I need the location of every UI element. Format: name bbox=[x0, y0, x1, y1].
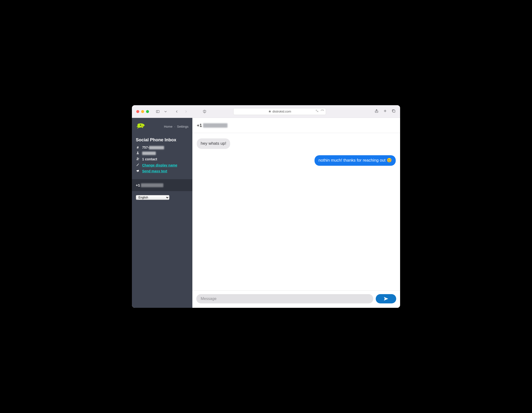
svg-point-9 bbox=[137, 158, 138, 159]
redacted-name bbox=[142, 152, 156, 155]
forward-button[interactable] bbox=[183, 108, 189, 115]
translate-icon[interactable] bbox=[315, 109, 319, 114]
redacted-phone bbox=[149, 146, 164, 149]
bullhorn-icon bbox=[136, 169, 140, 173]
contact-list-item[interactable]: +1 bbox=[132, 179, 192, 191]
hash-icon: # bbox=[136, 145, 140, 149]
contacts-count: 1 contact bbox=[142, 157, 157, 161]
change-display-name-link[interactable]: Change display name bbox=[142, 163, 177, 167]
sidebar-toggle-icon[interactable] bbox=[154, 108, 161, 115]
sidebar: Home · Settings Social Phone Inbox # 757… bbox=[132, 118, 192, 308]
back-button[interactable] bbox=[173, 108, 180, 115]
sidebar-nav: Home · Settings bbox=[164, 125, 188, 128]
svg-point-10 bbox=[138, 158, 139, 159]
composer bbox=[192, 290, 400, 308]
display-name-row bbox=[136, 151, 188, 155]
window-controls bbox=[136, 110, 149, 113]
svg-rect-6 bbox=[393, 110, 395, 112]
contact-prefix: +1 bbox=[136, 183, 140, 187]
sidebar-info: # 757- 1 contact bbox=[132, 145, 192, 177]
shield-icon[interactable] bbox=[201, 108, 208, 115]
message-thread: hey whats up! nothin much! thanks for re… bbox=[192, 133, 400, 290]
redacted-chat-number bbox=[203, 123, 227, 128]
new-tab-icon[interactable] bbox=[383, 109, 387, 114]
send-icon bbox=[384, 296, 388, 301]
phone-prefix: 757- bbox=[142, 145, 149, 149]
main-panel: +1 hey whats up! nothin much! thanks for… bbox=[192, 118, 400, 308]
incoming-message: hey whats up! bbox=[197, 138, 230, 149]
redacted-contact-number bbox=[141, 183, 163, 187]
outgoing-message: nothin much! thanks for reaching out 😊 bbox=[315, 155, 396, 166]
chat-header-prefix: +1 bbox=[197, 123, 202, 128]
app-container: Home · Settings Social Phone Inbox # 757… bbox=[132, 118, 400, 308]
contacts-row: 1 contact bbox=[136, 157, 188, 161]
mass-text-row: Send mass text bbox=[136, 169, 188, 173]
browser-window: distrokid.com bbox=[132, 105, 400, 308]
pencil-icon bbox=[136, 163, 140, 167]
chat-header: +1 bbox=[192, 118, 400, 133]
distrokid-logo[interactable] bbox=[136, 121, 146, 132]
contacts-icon bbox=[136, 157, 140, 161]
svg-rect-0 bbox=[156, 110, 159, 113]
chevron-down-icon[interactable] bbox=[164, 108, 167, 115]
lock-icon bbox=[268, 110, 271, 113]
browser-chrome: distrokid.com bbox=[132, 105, 400, 118]
svg-point-8 bbox=[137, 152, 138, 153]
send-mass-text-link[interactable]: Send mass text bbox=[142, 169, 167, 173]
nav-settings[interactable]: Settings bbox=[177, 125, 188, 128]
nav-separator: · bbox=[174, 125, 175, 128]
maximize-window-button[interactable] bbox=[146, 110, 149, 113]
share-icon[interactable] bbox=[374, 109, 379, 114]
sidebar-title: Social Phone Inbox bbox=[132, 133, 192, 145]
message-input[interactable] bbox=[196, 294, 373, 303]
language-select[interactable]: English bbox=[136, 195, 169, 200]
user-icon bbox=[136, 151, 140, 155]
phone-number-label: 757- bbox=[142, 145, 164, 149]
minimize-window-button[interactable] bbox=[141, 110, 144, 113]
close-window-button[interactable] bbox=[136, 110, 139, 113]
url-text: distrokid.com bbox=[273, 110, 291, 113]
send-button[interactable] bbox=[376, 294, 396, 303]
nav-home[interactable]: Home bbox=[164, 125, 172, 128]
phone-number-row: # 757- bbox=[136, 145, 188, 149]
reload-icon[interactable] bbox=[321, 109, 324, 114]
address-bar[interactable]: distrokid.com bbox=[233, 108, 326, 115]
svg-point-7 bbox=[140, 125, 141, 126]
tabs-icon[interactable] bbox=[392, 109, 396, 114]
change-name-row: Change display name bbox=[136, 163, 188, 167]
